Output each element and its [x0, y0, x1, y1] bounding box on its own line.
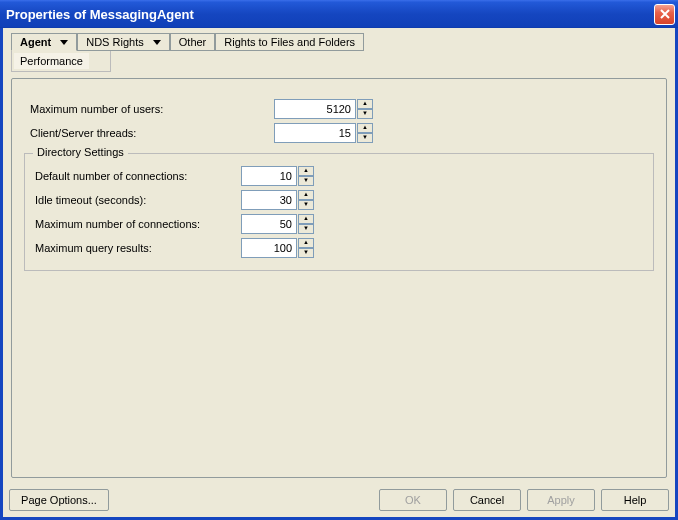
- row-threads: Client/Server threads: ▲ ▼: [24, 123, 654, 143]
- subtab-performance[interactable]: Performance: [13, 52, 90, 70]
- tab-nds-rights[interactable]: NDS Rights: [77, 33, 170, 51]
- chevron-down-icon: [60, 36, 68, 48]
- subtab-row: Performance: [11, 50, 111, 72]
- spin-down-icon[interactable]: ▼: [298, 224, 314, 234]
- titlebar: Properties of MessagingAgent: [0, 0, 678, 28]
- row-idle: Idle timeout (seconds): ▲ ▼: [33, 190, 645, 210]
- apply-button[interactable]: Apply: [527, 489, 595, 511]
- tab-rights-files-folders[interactable]: Rights to Files and Folders: [215, 33, 364, 51]
- row-def-conn: Default number of connections: ▲ ▼: [33, 166, 645, 186]
- ok-button[interactable]: OK: [379, 489, 447, 511]
- tab-other[interactable]: Other: [170, 33, 216, 51]
- label-def-conn: Default number of connections:: [33, 170, 241, 182]
- tab-strip: Agent NDS Rights Other Rights to Files a…: [7, 32, 671, 50]
- tab-label: NDS Rights: [86, 36, 143, 48]
- spin-up-icon[interactable]: ▲: [298, 166, 314, 176]
- input-threads[interactable]: [274, 123, 356, 143]
- cancel-button[interactable]: Cancel: [453, 489, 521, 511]
- bottom-buttons: Page Options... OK Cancel Apply Help: [9, 489, 669, 511]
- fieldset-directory-settings: Directory Settings Default number of con…: [24, 153, 654, 271]
- spin-down-icon[interactable]: ▼: [357, 133, 373, 143]
- spinner-threads: ▲ ▼: [274, 123, 373, 143]
- close-icon: [660, 9, 670, 19]
- window-title: Properties of MessagingAgent: [6, 7, 654, 22]
- chevron-down-icon: [153, 36, 161, 48]
- label-threads: Client/Server threads:: [24, 127, 274, 139]
- label-max-users: Maximum number of users:: [24, 103, 274, 115]
- help-button[interactable]: Help: [601, 489, 669, 511]
- row-max-query: Maximum query results: ▲ ▼: [33, 238, 645, 258]
- tab-label: Other: [179, 36, 207, 48]
- close-button[interactable]: [654, 4, 675, 25]
- input-idle[interactable]: [241, 190, 297, 210]
- input-max-query[interactable]: [241, 238, 297, 258]
- spin-up-icon[interactable]: ▲: [357, 99, 373, 109]
- spin-down-icon[interactable]: ▼: [357, 109, 373, 119]
- label-max-conn: Maximum number of connections:: [33, 218, 241, 230]
- spin-down-icon[interactable]: ▼: [298, 248, 314, 258]
- spinner-max-query: ▲ ▼: [241, 238, 314, 258]
- label-max-query: Maximum query results:: [33, 242, 241, 254]
- tab-label: Agent: [20, 36, 51, 48]
- input-max-users[interactable]: [274, 99, 356, 119]
- spinner-max-users: ▲ ▼: [274, 99, 373, 119]
- window-body: Agent NDS Rights Other Rights to Files a…: [0, 28, 678, 520]
- spin-up-icon[interactable]: ▲: [298, 238, 314, 248]
- page-options-button[interactable]: Page Options...: [9, 489, 109, 511]
- input-max-conn[interactable]: [241, 214, 297, 234]
- fieldset-legend: Directory Settings: [33, 146, 128, 158]
- spin-up-icon[interactable]: ▲: [298, 214, 314, 224]
- spin-up-icon[interactable]: ▲: [298, 190, 314, 200]
- spinner-max-conn: ▲ ▼: [241, 214, 314, 234]
- spinner-def-conn: ▲ ▼: [241, 166, 314, 186]
- tab-label: Rights to Files and Folders: [224, 36, 355, 48]
- content-panel: Maximum number of users: ▲ ▼ Client/Serv…: [11, 78, 667, 478]
- tab-agent[interactable]: Agent: [11, 33, 77, 51]
- spin-down-icon[interactable]: ▼: [298, 200, 314, 210]
- label-idle: Idle timeout (seconds):: [33, 194, 241, 206]
- row-max-users: Maximum number of users: ▲ ▼: [24, 99, 654, 119]
- spin-up-icon[interactable]: ▲: [357, 123, 373, 133]
- row-max-conn: Maximum number of connections: ▲ ▼: [33, 214, 645, 234]
- input-def-conn[interactable]: [241, 166, 297, 186]
- spinner-idle: ▲ ▼: [241, 190, 314, 210]
- spin-down-icon[interactable]: ▼: [298, 176, 314, 186]
